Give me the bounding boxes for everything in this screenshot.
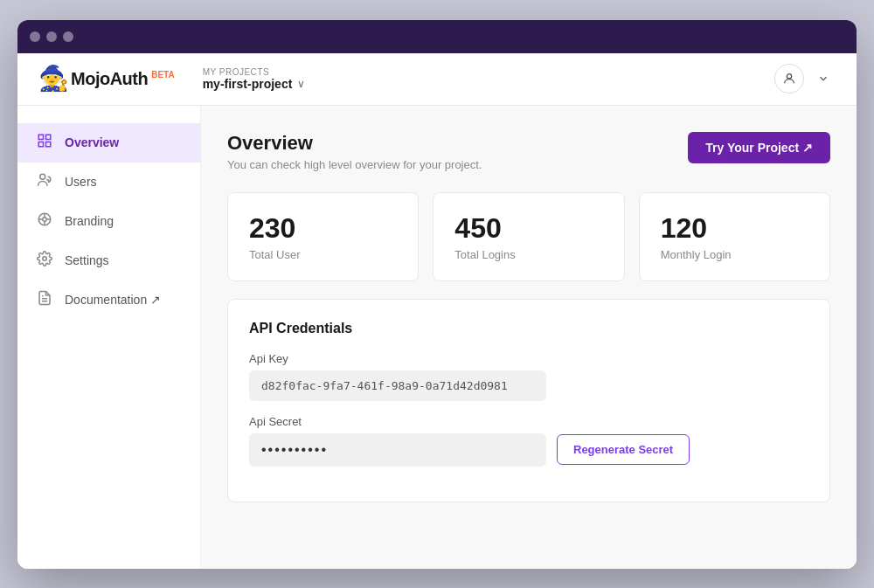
users-icon (35, 172, 54, 192)
browser-window: 🧙 MojoAuth BETA MY PROJECTS my-first-pro… (17, 20, 857, 569)
browser-dot-yellow (46, 31, 57, 42)
content-header-text: Overview You can check high level overvi… (227, 132, 482, 171)
sidebar-label-branding: Branding (65, 214, 114, 228)
main-layout: Overview Users (17, 106, 857, 569)
project-name-row[interactable]: my-first-project ∨ (203, 77, 306, 91)
chevron-down-icon: ∨ (297, 78, 305, 90)
page-title: Overview (227, 132, 482, 155)
try-project-button[interactable]: Try Your Project ↗ (688, 132, 830, 163)
svg-rect-2 (46, 135, 51, 139)
settings-icon (35, 251, 54, 271)
content-header: Overview You can check high level overvi… (227, 132, 830, 171)
sidebar-label-documentation: Documentation ↗ (65, 293, 161, 307)
sidebar-label-settings: Settings (65, 253, 109, 267)
api-key-input[interactable] (249, 370, 546, 401)
page-subtitle: You can check high level overview for yo… (227, 158, 482, 171)
overview-icon (35, 133, 54, 153)
svg-rect-3 (38, 142, 43, 146)
sidebar-item-branding[interactable]: Branding (17, 202, 200, 241)
sidebar-item-documentation[interactable]: Documentation ↗ (17, 280, 200, 320)
app-container: 🧙 MojoAuth BETA MY PROJECTS my-first-pro… (17, 53, 857, 569)
svg-rect-4 (46, 142, 51, 146)
svg-point-12 (43, 256, 47, 260)
sidebar: Overview Users (17, 106, 201, 569)
browser-titlebar (17, 20, 857, 53)
project-label: MY PROJECTS (203, 67, 306, 77)
logo-text: MojoAuth (71, 69, 148, 89)
project-name: my-first-project (203, 77, 293, 91)
api-key-label: Api Key (249, 352, 808, 365)
logo-icon: 🧙 (38, 66, 69, 91)
api-credentials-card: API Credentials Api Key Api Secret Regen… (227, 299, 830, 502)
browser-dot-green (63, 31, 73, 42)
stat-label-monthly-login: Monthly Login (661, 248, 808, 261)
api-secret-label: Api Secret (249, 415, 808, 428)
api-secret-group: Api Secret Regenerate Secret (249, 415, 808, 467)
browser-dot-red (30, 31, 40, 42)
stat-number-total-user: 230 (249, 212, 397, 245)
svg-point-7 (43, 217, 47, 221)
svg-rect-1 (38, 135, 43, 139)
stat-number-total-logins: 450 (454, 212, 602, 245)
sidebar-item-overview[interactable]: Overview (17, 123, 200, 163)
stat-number-monthly-login: 120 (661, 212, 808, 245)
sidebar-label-users: Users (65, 175, 97, 189)
sidebar-label-overview: Overview (65, 135, 119, 149)
documentation-icon (35, 290, 54, 310)
stat-label-total-user: Total User (249, 248, 397, 261)
logo: 🧙 MojoAuth BETA (38, 66, 175, 91)
sidebar-item-settings[interactable]: Settings (17, 241, 200, 280)
stats-row: 230 Total User 450 Total Logins 120 Mont… (227, 192, 830, 281)
logo-beta: BETA (151, 70, 174, 80)
api-secret-row: Regenerate Secret (249, 433, 808, 467)
header-right (774, 64, 836, 93)
regenerate-secret-button[interactable]: Regenerate Secret (557, 434, 690, 465)
stat-card-monthly-login: 120 Monthly Login (639, 192, 830, 281)
stat-card-total-logins: 450 Total Logins (433, 192, 624, 281)
branding-icon (35, 211, 54, 232)
user-avatar-button[interactable] (774, 64, 804, 93)
stat-label-total-logins: Total Logins (454, 248, 602, 261)
main-content: Overview You can check high level overvi… (201, 106, 857, 569)
svg-point-0 (787, 74, 791, 79)
project-selector[interactable]: MY PROJECTS my-first-project ∨ (203, 67, 306, 91)
svg-point-5 (40, 174, 45, 179)
api-credentials-title: API Credentials (249, 321, 808, 336)
api-key-group: Api Key (249, 352, 808, 401)
header: 🧙 MojoAuth BETA MY PROJECTS my-first-pro… (17, 53, 857, 106)
sidebar-item-users[interactable]: Users (17, 163, 200, 202)
header-left: 🧙 MojoAuth BETA MY PROJECTS my-first-pro… (38, 66, 305, 91)
more-options-button[interactable] (811, 66, 836, 91)
stat-card-total-user: 230 Total User (227, 192, 419, 281)
api-secret-input[interactable] (249, 433, 546, 467)
